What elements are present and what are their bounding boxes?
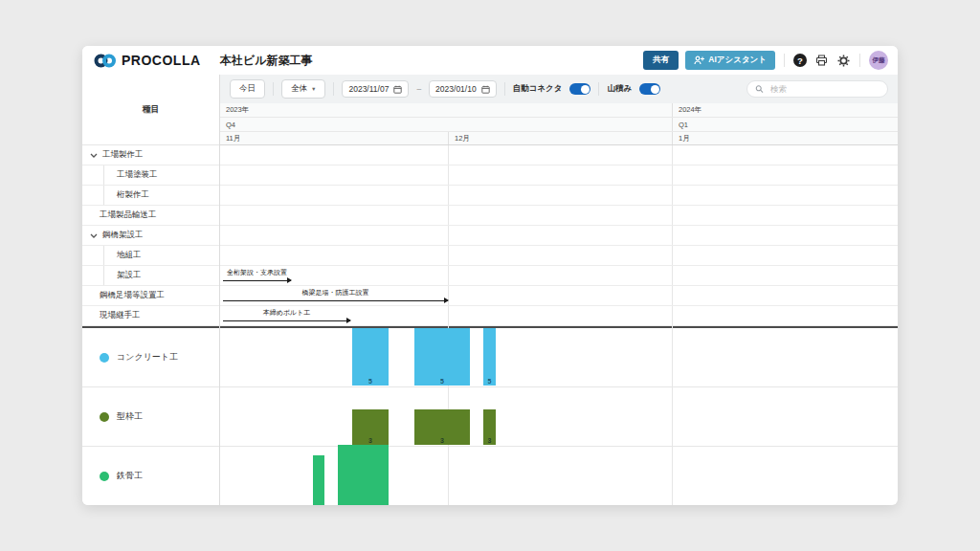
search-box[interactable] bbox=[746, 80, 888, 98]
app-header: PROCOLLA 本社ビル新築工事 共有 AIアシスタント ? bbox=[82, 46, 898, 75]
task-label: 工場製品輸送工 bbox=[100, 209, 157, 221]
gantt-task-arrow[interactable]: 橋梁足場・防護工設置 bbox=[223, 286, 448, 306]
task-label: 鋼橋架設工 bbox=[102, 230, 144, 241]
bar-value: 5 bbox=[483, 378, 496, 385]
gantt-task-line bbox=[223, 280, 291, 282]
page-background: PROCOLLA 本社ビル新築工事 共有 AIアシスタント ? bbox=[0, 0, 980, 551]
person-plus-icon bbox=[694, 55, 704, 65]
ai-assistant-button[interactable]: AIアシスタント bbox=[685, 51, 775, 70]
task-row[interactable]: 架設工 bbox=[82, 266, 219, 286]
timeline-month-label: 11月 bbox=[220, 132, 448, 144]
gantt-rows: 全桁架設・支承設置橋梁足場・防護工設置本締めボルト工 bbox=[220, 145, 898, 326]
histogram-bar[interactable]: 3 bbox=[483, 409, 496, 445]
calendar-icon bbox=[481, 85, 490, 94]
task-row[interactable]: 工場製品輸送工 bbox=[82, 206, 219, 226]
logo: PROCOLLA bbox=[94, 53, 220, 68]
task-row[interactable]: 鋼橋足場等設置工 bbox=[82, 286, 219, 306]
histogram-bar[interactable] bbox=[338, 445, 389, 505]
resource-label: 型枠工 bbox=[117, 410, 143, 423]
gantt-task-line bbox=[223, 300, 448, 302]
gantt-grid: 全桁架設・支承設置橋梁足場・防護工設置本締めボルト工 555333 bbox=[220, 145, 898, 505]
task-row[interactable]: 現場継手工 bbox=[82, 306, 219, 326]
task-row[interactable]: 地組工 bbox=[82, 246, 219, 266]
task-label: 現場継手工 bbox=[100, 310, 141, 321]
task-label: 地組工 bbox=[117, 250, 142, 261]
settings-gear-icon[interactable] bbox=[835, 53, 851, 68]
resource-label: コンクリート工 bbox=[117, 351, 178, 364]
stacking-label: 山積み bbox=[607, 83, 632, 95]
date-from-field[interactable]: 2023/11/07 bbox=[342, 80, 409, 98]
timeline-row-quarters: Q4Q1 bbox=[220, 118, 898, 132]
sidebar-header: 種目 bbox=[82, 75, 219, 145]
resource-chart-row: 333 bbox=[220, 387, 898, 447]
timeline-row-years: 2023年2024年 bbox=[220, 103, 898, 118]
resource-chart-row bbox=[220, 447, 898, 505]
date-to-value: 2023/01/10 bbox=[435, 84, 477, 94]
resource-color-dot bbox=[100, 412, 109, 422]
resource-legend-row: コンクリート工 bbox=[82, 328, 219, 387]
histogram-bar[interactable]: 5 bbox=[414, 328, 470, 386]
histogram-bar[interactable] bbox=[313, 455, 324, 505]
resource-color-dot bbox=[100, 353, 109, 363]
print-icon[interactable] bbox=[813, 53, 829, 68]
bar-value: 3 bbox=[483, 437, 496, 444]
resource-legend-row: 鉄骨工 bbox=[82, 447, 219, 505]
gantt-row bbox=[220, 226, 898, 246]
task-list: 工場製作工工場塗装工桁製作工工場製品輸送工鋼橋架設工地組工架設工鋼橋足場等設置工… bbox=[82, 145, 219, 326]
gantt-row bbox=[220, 246, 898, 266]
scope-value: 全体 bbox=[291, 83, 307, 95]
bar-value: 5 bbox=[352, 378, 389, 385]
chevron-down-icon[interactable] bbox=[90, 233, 98, 238]
avatar[interactable]: 伊藤 bbox=[869, 51, 888, 70]
task-row[interactable]: 工場製作工 bbox=[82, 145, 219, 165]
date-from-value: 2023/11/07 bbox=[348, 84, 389, 94]
scope-select[interactable]: 全体 ▼ bbox=[281, 79, 325, 99]
task-label: 桁製作工 bbox=[117, 189, 149, 201]
histogram-bar[interactable]: 3 bbox=[352, 409, 389, 445]
search-input[interactable] bbox=[768, 83, 880, 95]
date-to-field[interactable]: 2023/01/10 bbox=[429, 80, 497, 98]
date-range-separator: – bbox=[416, 84, 421, 94]
gantt-task-arrow[interactable]: 本締めボルト工 bbox=[223, 306, 350, 326]
help-icon[interactable]: ? bbox=[793, 54, 807, 67]
timeline-quarter-label: Q1 bbox=[672, 118, 898, 131]
bar-value: 5 bbox=[414, 378, 470, 385]
divider bbox=[859, 54, 860, 67]
histogram-bar[interactable]: 5 bbox=[483, 328, 496, 386]
stacking-toggle[interactable] bbox=[639, 83, 660, 95]
divider bbox=[333, 82, 334, 96]
divider bbox=[784, 54, 785, 67]
histogram-bar[interactable]: 5 bbox=[352, 328, 389, 386]
caret-down-icon: ▼ bbox=[311, 86, 316, 92]
chevron-down-icon[interactable] bbox=[90, 153, 98, 158]
gantt-row bbox=[220, 266, 898, 286]
divider bbox=[504, 82, 505, 96]
timeline-row-months: 11月12月1月 bbox=[220, 132, 898, 144]
ai-assistant-label: AIアシスタント bbox=[708, 55, 767, 66]
task-label: 工場塗装工 bbox=[117, 169, 158, 181]
gantt-task-arrow[interactable]: 全桁架設・支承設置 bbox=[223, 266, 291, 286]
resource-chart-row: 555 bbox=[220, 328, 898, 387]
auto-connector-toggle[interactable] bbox=[569, 83, 590, 95]
timeline-quarter-label: Q4 bbox=[220, 118, 672, 131]
gantt-row bbox=[220, 165, 898, 186]
task-sidebar: 種目 工場製作工工場塗装工桁製作工工場製品輸送工鋼橋架設工地組工架設工鋼橋足場等… bbox=[82, 75, 220, 505]
timeline-month-label: 12月 bbox=[448, 132, 672, 144]
task-label: 架設工 bbox=[117, 270, 142, 281]
gantt-task-label: 橋梁足場・防護工設置 bbox=[302, 288, 369, 298]
gantt-row bbox=[220, 206, 898, 226]
gantt-main: 今日 全体 ▼ 2023/11/07 – bbox=[220, 75, 898, 505]
histogram-bar[interactable]: 3 bbox=[414, 409, 470, 445]
task-row[interactable]: 工場塗装工 bbox=[82, 165, 219, 186]
task-row[interactable]: 桁製作工 bbox=[82, 186, 219, 206]
task-row[interactable]: 鋼橋架設工 bbox=[82, 226, 219, 246]
resource-legend-row: 型枠工 bbox=[82, 387, 219, 447]
task-label: 工場製作工 bbox=[102, 149, 144, 161]
divider bbox=[598, 82, 599, 96]
timeline-year-label: 2023年 bbox=[220, 103, 672, 117]
timeline-month-label: 1月 bbox=[672, 132, 898, 144]
share-button[interactable]: 共有 bbox=[643, 51, 679, 70]
today-button[interactable]: 今日 bbox=[230, 79, 265, 99]
search-icon bbox=[755, 84, 764, 94]
calendar-icon bbox=[393, 85, 402, 94]
